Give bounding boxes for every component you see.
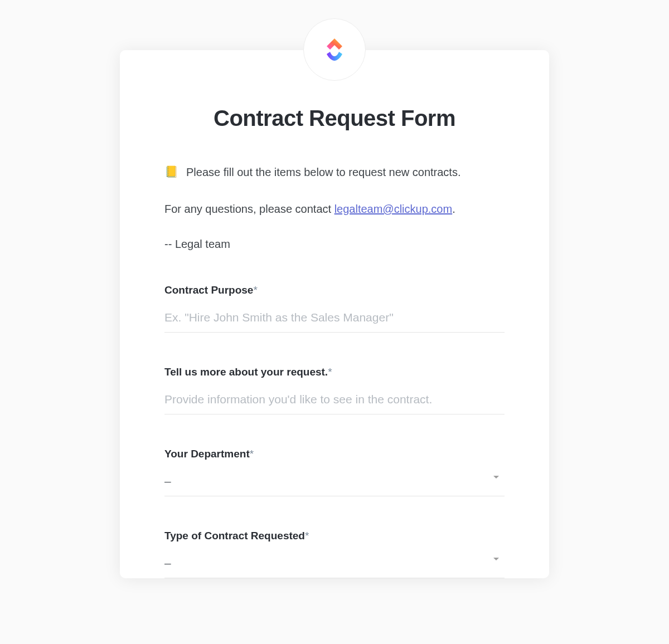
department-value: –: [164, 475, 171, 487]
contact-email-link[interactable]: legalteam@clickup.com: [334, 203, 453, 215]
contract-type-label: Type of Contract Requested*: [164, 530, 505, 542]
contract-type-value: –: [164, 557, 171, 569]
chevron-down-icon: [493, 558, 499, 560]
department-select[interactable]: –: [164, 470, 505, 496]
contract-purpose-input[interactable]: [164, 306, 505, 333]
field-contract-type: Type of Contract Requested* –: [164, 530, 505, 578]
required-asterisk: *: [250, 448, 254, 460]
contract-type-select[interactable]: –: [164, 552, 505, 578]
tell-more-input[interactable]: [164, 388, 505, 414]
contact-line: For any questions, please contact legalt…: [164, 201, 505, 217]
contact-pre: For any questions, please contact: [164, 203, 334, 215]
signature-line: -- Legal team: [164, 238, 505, 251]
clickup-logo-icon: [321, 36, 348, 63]
logo-badge: [303, 18, 366, 81]
required-asterisk: *: [305, 530, 309, 541]
field-department: Your Department* –: [164, 448, 505, 496]
intro-row: 📒 Please fill out the items below to req…: [164, 164, 505, 180]
intro-text: Please fill out the items below to reque…: [186, 164, 460, 180]
contact-post: .: [452, 203, 455, 215]
required-asterisk: *: [328, 366, 332, 378]
tell-more-label: Tell us more about your request.*: [164, 366, 505, 378]
form-title: Contract Request Form: [164, 106, 505, 131]
contract-purpose-label: Contract Purpose*: [164, 284, 505, 296]
field-contract-purpose: Contract Purpose*: [164, 284, 505, 333]
department-label: Your Department*: [164, 448, 505, 460]
chevron-down-icon: [493, 476, 499, 479]
required-asterisk: *: [253, 284, 257, 296]
form-card: Contract Request Form 📒 Please fill out …: [120, 50, 549, 578]
notepad-icon: 📒: [164, 164, 178, 179]
field-tell-more: Tell us more about your request.*: [164, 366, 505, 414]
